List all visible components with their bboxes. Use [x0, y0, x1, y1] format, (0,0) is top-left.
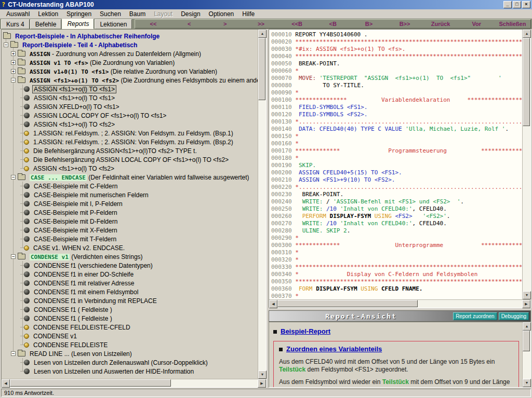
tree-item[interactable]: CASE-Beispiele mit numerischen Feldern — [2, 190, 258, 199]
scroll-track[interactable] — [258, 38, 266, 370]
scroll-thumb[interactable] — [523, 38, 530, 126]
collapse-icon[interactable]: − — [11, 254, 16, 259]
code-horizontal-scrollbar[interactable]: ◀ ▶ — [269, 299, 530, 308]
scroll-thumb[interactable] — [10, 379, 171, 387]
scroll-up-icon[interactable]: ▲ — [523, 322, 531, 331]
tree-item[interactable]: 1.ASSIGN: rel.Feldsym. ; 2. ASSIGN: Von … — [2, 129, 258, 138]
tree-item[interactable]: +ASSIGN v1+0(1) TO <fs1> (Die relative Z… — [2, 67, 258, 76]
collapse-icon[interactable]: − — [11, 78, 16, 83]
minimize-icon[interactable]: _ — [503, 1, 512, 8]
nav-button-zur-ck[interactable]: Zurück — [423, 21, 459, 27]
tree-item[interactable]: +ASSIGN - Zuordnung von Adressen zu Date… — [2, 49, 258, 58]
scroll-up-icon[interactable]: ▲ — [523, 30, 531, 38]
tree-item[interactable]: ASSIGN <fs1>+o(l) TO <fs2> — [2, 120, 258, 129]
code-vertical-scrollbar[interactable]: ▲ ▼ — [522, 30, 530, 299]
tree-item[interactable]: CONDENSE f1 ( Feldleiste ) — [2, 314, 258, 323]
scroll-down-icon[interactable]: ▼ — [523, 379, 531, 387]
tab-kurs-4[interactable]: Kurs 4 — [1, 19, 30, 29]
tree-item[interactable]: CONDENSE f1 in Verbindung mit REPLACE — [2, 296, 258, 305]
tree-item[interactable]: 1.ASSIGN: rel.Feldsym. ; 2. ASSIGN: Von … — [2, 138, 258, 146]
tree-item[interactable]: CONDENSE f1 in einer DO-Schleife — [2, 270, 258, 279]
tree-item[interactable]: CASE-Beispiele mit C-Feldern — [2, 182, 258, 190]
tree-item[interactable]: −CONDENSE v1 (Verdichten eines Strings) — [2, 252, 258, 261]
tree-item[interactable]: CONDENSE FELDLEISTE — [2, 340, 258, 349]
nav-button-b[interactable]: B>> — [387, 21, 422, 27]
tab-lektionen[interactable]: Lektionen — [95, 19, 132, 29]
scroll-track[interactable] — [10, 379, 258, 387]
tree-item[interactable]: CASE-Beispiele mit X-Feldern — [2, 226, 258, 235]
tree-item[interactable]: ASSIGN <fs1>+o(l) TO <fs2> — [2, 164, 258, 173]
debugging-button[interactable]: Debugging — [499, 312, 529, 320]
tree-item[interactable]: ASSIGN <fs1>+o(l) TO <fs1> — [2, 93, 258, 102]
tree-vertical-scrollbar[interactable]: ▲ ▼ — [258, 30, 266, 379]
tree-item[interactable]: −READ LINE ... (Lesen von Listzeilen) — [2, 349, 258, 358]
menu-item-springen[interactable]: Springen — [62, 10, 96, 18]
tab-reports[interactable]: Reports — [62, 19, 94, 29]
menu-item-baum[interactable]: Baum — [125, 10, 150, 18]
tree-item[interactable]: CASE-Beispiele mit P-Feldern — [2, 208, 258, 217]
scroll-thumb[interactable] — [258, 38, 265, 100]
scroll-left-icon[interactable]: ◀ — [2, 379, 10, 388]
scroll-track[interactable] — [277, 300, 522, 308]
nav-button-b[interactable]: <B — [315, 21, 351, 27]
description-title-link[interactable]: Zuordnen eines Variablenteils — [286, 345, 382, 353]
tree-item[interactable]: CASE-Beispiele mit D-Feldern — [2, 217, 258, 226]
menu-item-suchen[interactable]: Suchen — [96, 10, 125, 18]
nav-button-[interactable]: << — [135, 21, 171, 27]
tree-item[interactable]: Die Befehlsergänzung ASSIGN<fs1>+o(l)TO … — [2, 146, 258, 155]
example-report-link[interactable]: Beispiel-Report — [281, 327, 330, 335]
nav-button-[interactable]: >> — [243, 21, 279, 27]
tree-item[interactable]: CONDENSE f1 mit einem Feldsymbol — [2, 287, 258, 296]
menu-item-hilfe[interactable]: Hilfe — [238, 10, 259, 18]
tree-item[interactable]: +ASSIGN v1 TO <fs> (Die Zuordnung von Va… — [2, 58, 258, 67]
tree-item[interactable]: −ASSIGN <fs1>+o(1) TO <fs2> (Die Zuordnu… — [2, 76, 258, 85]
collapse-icon[interactable]: − — [4, 43, 8, 47]
expand-icon[interactable]: + — [11, 51, 16, 56]
scroll-right-icon[interactable]: ▶ — [522, 300, 530, 308]
tree-item[interactable]: −Report-Beispiele - Teil 4 - Alphabetisc… — [2, 40, 258, 49]
tree-item[interactable]: −CASE ... ENDCASE (Der Feldinhalt einer … — [2, 173, 258, 182]
scroll-thumb[interactable] — [277, 300, 418, 307]
nav-button-b[interactable]: <<B — [279, 21, 315, 27]
scroll-track[interactable] — [523, 331, 530, 379]
expand-icon[interactable]: + — [11, 60, 16, 65]
tree-item[interactable]: Lesen von Listzeilen durch Zeilenauswahl… — [2, 358, 258, 367]
tree-item[interactable]: CONDENSE v1 — [2, 332, 258, 340]
tab-befehle[interactable]: Befehle — [30, 19, 62, 29]
tree-item[interactable]: CONDENSE FELDLEISTE-CFELD — [2, 323, 258, 332]
collapse-icon[interactable]: − — [11, 351, 16, 356]
tree-item[interactable]: CONDENSE f1 ( Feldleiste ) — [2, 305, 258, 314]
nav-button-[interactable]: > — [207, 21, 243, 27]
scroll-right-icon[interactable]: ▶ — [258, 379, 266, 388]
tree-item[interactable]: CASE-Beispiele mit I, P-Feldern — [2, 199, 258, 208]
scroll-up-icon[interactable]: ▲ — [258, 30, 267, 38]
scroll-down-icon[interactable]: ▼ — [258, 370, 267, 379]
collapse-icon[interactable]: − — [11, 175, 16, 180]
menu-item-optionen[interactable]: Optionen — [205, 10, 238, 18]
tree-item[interactable]: ASSIGN XFELD+o(l) TO <fs1> — [2, 102, 258, 111]
menu-item-design[interactable]: Design — [177, 10, 204, 18]
scroll-down-icon[interactable]: ▼ — [523, 291, 531, 299]
nav-button-b[interactable]: B> — [351, 21, 387, 27]
nav-button-vor[interactable]: Vor — [459, 21, 495, 27]
scroll-left-icon[interactable]: ◀ — [269, 300, 277, 308]
expand-icon[interactable]: + — [11, 69, 16, 74]
close-icon[interactable]: × — [522, 1, 530, 8]
scroll-track[interactable] — [523, 38, 530, 291]
menu-item-auswahl[interactable]: Auswahl — [2, 10, 34, 18]
tree-item[interactable]: ASSIGN <fs1>+o(l) TO <fs1> — [2, 85, 258, 93]
scroll-thumb[interactable] — [523, 331, 530, 351]
tree-item[interactable]: CONDENSE f1 (verschiedene Datentypen) — [2, 261, 258, 270]
nav-button-[interactable]: < — [171, 21, 207, 27]
report-zuordnen-button[interactable]: Report zuordnen — [453, 312, 497, 320]
menu-item-lektion[interactable]: Lektion — [34, 10, 62, 18]
tree-item[interactable]: Die Befehlsergänzung ASSIGN LOCAL COPY O… — [2, 155, 258, 164]
nav-button-schlie-en[interactable]: Schließen — [495, 21, 530, 27]
tree-item[interactable]: Lesen von Listzeilen und Auswerten der H… — [2, 367, 258, 376]
tree-horizontal-scrollbar[interactable]: ◀ ▶ — [2, 379, 266, 387]
tree-item[interactable]: CASE v1. WHEN v2. ENDCASE. — [2, 243, 258, 252]
maximize-icon[interactable]: □ — [513, 1, 521, 8]
report-view-vertical-scrollbar[interactable]: ▲ ▼ — [522, 322, 530, 387]
tree-item[interactable]: CONDENSE f1 mit relativer Adresse — [2, 279, 258, 287]
tree-item[interactable]: ASSIGN LOCAL COPY OF <fs1>+o(l) TO <fs1> — [2, 111, 258, 120]
